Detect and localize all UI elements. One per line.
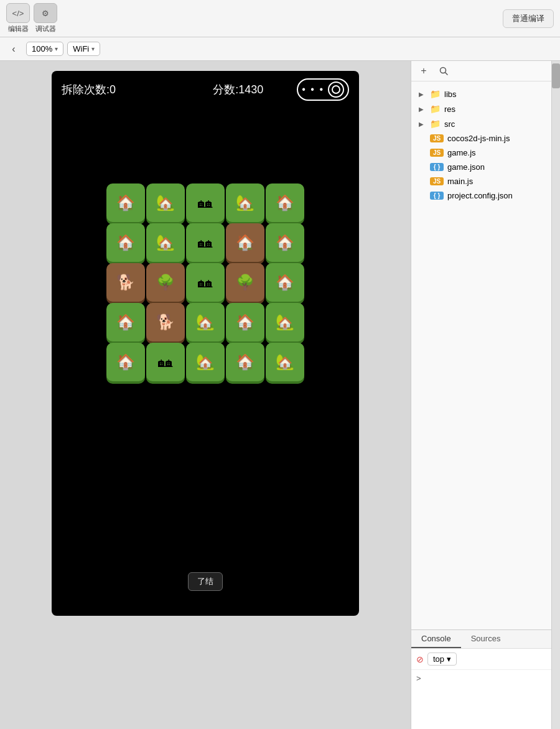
network-value: WiFi — [73, 44, 89, 53]
tree-arrow-res: ▶ — [419, 106, 426, 113]
console-prompt: > — [416, 674, 421, 683]
tile-3-0[interactable]: 🏠 — [106, 303, 145, 341]
tile-1-1[interactable]: 🏡 — [146, 223, 185, 262]
scrollbar-thumb[interactable] — [552, 63, 560, 88]
tree-name-src: src — [444, 119, 544, 129]
tile-3-1[interactable]: 🐕 — [146, 303, 185, 341]
json-badge-projectjson: { } — [430, 192, 444, 200]
js-badge-gamejs: JS — [430, 149, 444, 157]
right-panel: + ▶ 📁 libs ▶ 📁 res ▶ 📁 — [411, 61, 551, 729]
zoom-value: 100% — [32, 44, 52, 53]
debugger-icon: ⚙ — [34, 3, 57, 23]
nav-back-icon[interactable]: ‹ — [5, 40, 22, 58]
tree-name-cocos2d: cocos2d-js-min.js — [447, 134, 544, 143]
tree-arrow-src: ▶ — [419, 121, 426, 128]
tile-3-4[interactable]: 🏡 — [266, 303, 304, 341]
tile-0-4[interactable]: 🏠 — [266, 183, 304, 222]
editor-icon: </> — [6, 3, 30, 23]
console-filter-bar: ⊘ top ▾ — [411, 649, 551, 670]
tile-0-1[interactable]: 🏡 — [146, 183, 185, 222]
svg-line-1 — [446, 73, 448, 75]
js-badge-cocos2d: JS — [430, 134, 444, 142]
console-input[interactable] — [425, 674, 546, 683]
console-filter-arrow-icon: ▾ — [447, 654, 451, 664]
game-finish-btn[interactable]: 了结 — [188, 572, 223, 591]
tile-2-0[interactable]: 🐕 — [106, 263, 145, 302]
tile-4-1[interactable]: 🏘 — [146, 343, 185, 381]
tree-item-res[interactable]: ▶ 📁 res — [411, 101, 551, 116]
hud-dots-icon: • • • — [302, 84, 324, 95]
secondbar: ‹ 100% ▾ WiFi ▾ — [0, 37, 560, 61]
tab-sources[interactable]: Sources — [461, 630, 511, 648]
js-badge-mainjs: JS — [430, 177, 444, 185]
tile-2-1[interactable]: 🌳 — [146, 263, 185, 302]
console-filter-select[interactable]: top ▾ — [427, 652, 457, 666]
console-filter-icon: ⊘ — [416, 654, 424, 664]
game-bottom-area: 了结 — [188, 572, 223, 591]
tree-add-btn[interactable]: + — [416, 63, 431, 78]
tree-item-libs[interactable]: ▶ 📁 libs — [411, 86, 551, 101]
tree-name-gamejson: game.json — [447, 162, 544, 172]
tree-name-res: res — [444, 104, 544, 114]
tile-3-2[interactable]: 🏡 — [186, 303, 225, 341]
phone-screen[interactable]: 拆除次数:0 分数:1430 • • • 🏠 🏡 🏘 🏡 🏠 🏠 — [52, 71, 359, 616]
console-input-row: > — [411, 670, 551, 687]
main-area: 拆除次数:0 分数:1430 • • • 🏠 🏡 🏘 🏡 🏠 🏠 — [0, 61, 560, 729]
tree-item-mainjs[interactable]: JS main.js — [411, 174, 551, 188]
tile-3-3[interactable]: 🏠 — [226, 303, 264, 341]
tree-item-projectjson[interactable]: { } project.config.json — [411, 188, 551, 203]
folder-icon-res: 📁 — [430, 104, 441, 114]
file-tree-toolbar: + — [411, 61, 551, 81]
hud-controls: • • • — [297, 78, 349, 101]
tree-item-gamejs[interactable]: JS game.js — [411, 146, 551, 160]
tile-2-2[interactable]: 🏘 — [186, 263, 225, 302]
tile-1-0[interactable]: 🏠 — [106, 223, 145, 262]
tree-item-cocos2d[interactable]: JS cocos2d-js-min.js — [411, 131, 551, 146]
tab-console[interactable]: Console — [411, 630, 461, 648]
debugger-btn[interactable]: ⚙ 调试器 — [34, 3, 57, 34]
tile-4-3[interactable]: 🏠 — [226, 343, 264, 381]
tree-arrow-libs: ▶ — [419, 91, 426, 98]
tile-2-3[interactable]: 🌳 — [226, 263, 264, 302]
tile-1-3[interactable]: 🏠 — [226, 223, 264, 262]
folder-icon-src: 📁 — [430, 119, 441, 129]
tree-name-gamejs: game.js — [447, 148, 544, 157]
simulator-panel: 拆除次数:0 分数:1430 • • • 🏠 🏡 🏘 🏡 🏠 🏠 — [0, 61, 411, 729]
game-grid[interactable]: 🏠 🏡 🏘 🏡 🏠 🏠 🏡 🏘 🏠 🏠 🐕 🌳 🏘 🌳 🏠 🏠 — [106, 183, 305, 382]
tile-2-4[interactable]: 🏠 — [266, 263, 304, 302]
console-area: Console Sources ⊘ top ▾ > — [411, 629, 551, 729]
main-toolbar: </> 编辑器 ⚙ 调试器 普通编译 — [0, 0, 560, 37]
tile-0-2[interactable]: 🏘 — [186, 183, 225, 222]
hud-record-icon — [328, 81, 344, 98]
tree-name-libs: libs — [444, 90, 544, 99]
console-filter-value: top — [433, 654, 444, 664]
tile-4-2[interactable]: 🏡 — [186, 343, 225, 381]
tile-1-4[interactable]: 🏠 — [266, 223, 304, 262]
demolish-count: 拆除次数:0 — [62, 82, 179, 97]
network-arrow-icon: ▾ — [91, 45, 95, 52]
zoom-arrow-icon: ▾ — [55, 45, 58, 52]
tree-item-gamejson[interactable]: { } game.json — [411, 160, 551, 174]
tile-4-4[interactable]: 🏡 — [266, 343, 304, 381]
tree-item-src[interactable]: ▶ 📁 src — [411, 116, 551, 131]
network-dropdown[interactable]: WiFi ▾ — [67, 42, 100, 56]
console-tabs: Console Sources — [411, 630, 551, 649]
hud-record-inner — [332, 85, 340, 94]
tree-search-btn[interactable] — [436, 63, 451, 78]
tree-name-mainjs: main.js — [447, 177, 544, 186]
tile-1-2[interactable]: 🏘 — [186, 223, 225, 262]
compile-btn[interactable]: 普通编译 — [503, 9, 554, 28]
tile-0-3[interactable]: 🏡 — [226, 183, 264, 222]
editor-btn[interactable]: </> 编辑器 — [6, 3, 30, 34]
editor-label: 编辑器 — [8, 24, 29, 34]
tree-name-projectjson: project.config.json — [447, 191, 544, 200]
scrollbar[interactable] — [551, 61, 560, 729]
tile-4-0[interactable]: 🏠 — [106, 343, 145, 381]
zoom-dropdown[interactable]: 100% ▾ — [26, 42, 63, 56]
json-badge-gamejson: { } — [430, 163, 444, 171]
file-tree: ▶ 📁 libs ▶ 📁 res ▶ 📁 src JS cocos2d-js-m… — [411, 81, 551, 629]
game-hud: 拆除次数:0 分数:1430 • • • — [52, 71, 359, 108]
tile-0-0[interactable]: 🏠 — [106, 183, 145, 222]
score-display: 分数:1430 — [179, 82, 297, 97]
folder-icon-libs: 📁 — [430, 89, 441, 99]
